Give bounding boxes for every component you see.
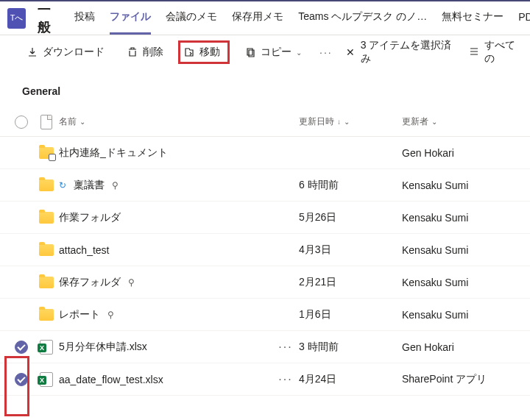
chevron-down-icon: ⌄	[80, 118, 85, 126]
more-actions-button[interactable]: ···	[319, 46, 333, 58]
tab-2[interactable]: 会議のメモ	[166, 1, 217, 35]
clear-selection-icon[interactable]: ✕	[346, 46, 355, 58]
column-modifiedby-header[interactable]: 更新者⌄	[402, 115, 437, 128]
chevron-down-icon: ⌄	[296, 49, 302, 57]
modified-by: Kensaku Sumi	[402, 179, 530, 191]
select-all-checkbox[interactable]	[9, 115, 34, 129]
table-row[interactable]: aa_date_flow_test.xlsx···4月24日SharePoint…	[0, 363, 530, 396]
file-name[interactable]: 社内連絡_ドキュメント	[59, 146, 272, 160]
copy-button[interactable]: コピー ⌄	[240, 43, 306, 62]
download-icon	[26, 46, 38, 58]
file-name[interactable]: 5月分年休申請.xlsx	[59, 341, 272, 354]
modified-date: 4月3日	[299, 243, 402, 257]
breadcrumb[interactable]: General	[0, 69, 530, 107]
modified-date: 2月21日	[299, 276, 402, 289]
file-name[interactable]: 保存フォルダ⚲	[59, 276, 272, 289]
modified-date: 3 時間前	[299, 341, 402, 354]
file-name[interactable]: aa_date_flow_test.xlsx	[59, 374, 272, 385]
sync-icon: ↻	[59, 180, 66, 191]
file-name[interactable]: ↻稟議書⚲	[59, 179, 272, 192]
table-row[interactable]: レポート⚲1月6日Kensaku Sumi	[0, 299, 530, 331]
channel-name: 一般	[38, 1, 61, 36]
team-avatar[interactable]: Tへ	[7, 8, 26, 29]
table-row[interactable]: 保存フォルダ⚲2月21日Kensaku Sumi	[0, 266, 530, 299]
modified-by: Kensaku Sumi	[402, 212, 530, 224]
chevron-down-icon: ⌄	[431, 118, 437, 126]
row-actions-button[interactable]: ···	[278, 373, 292, 386]
list-icon	[468, 46, 480, 60]
tab-0[interactable]: 投稿	[74, 1, 95, 35]
copy-icon	[244, 46, 256, 58]
file-type-header[interactable]	[34, 115, 59, 129]
shared-icon: ⚲	[128, 277, 135, 288]
row-checkbox[interactable]	[9, 179, 34, 192]
row-actions-button[interactable]: ···	[278, 341, 292, 354]
tab-5[interactable]: 無料セミナー	[442, 1, 504, 35]
tab-3[interactable]: 保存用メモ	[232, 1, 283, 35]
column-modified-header[interactable]: 更新日時↓⌄	[299, 115, 350, 128]
column-name-header[interactable]: 名前⌄	[59, 115, 85, 128]
row-checkbox[interactable]	[9, 243, 34, 257]
folder-icon	[34, 244, 59, 256]
modified-date: 6 時間前	[299, 179, 402, 192]
row-checkbox[interactable]	[9, 276, 34, 289]
channel-header: Tへ 一般 投稿ファイル会議のメモ保存用メモTeams ヘルプデスク のノ…無料…	[0, 1, 530, 35]
tab-strip: 投稿ファイル会議のメモ保存用メモTeams ヘルプデスク のノ…無料セミナーPD…	[74, 1, 530, 35]
table-row[interactable]: 5月分年休申請.xlsx···3 時間前Gen Hokari	[0, 331, 530, 363]
table-row[interactable]: 社内連絡_ドキュメントGen Hokari	[0, 137, 530, 169]
folder-icon	[34, 147, 59, 159]
modified-by: Gen Hokari	[402, 341, 530, 353]
folder-icon	[34, 277, 59, 288]
modified-date: 5月26日	[299, 211, 402, 224]
table-row[interactable]: attach_test4月3日Kensaku Sumi	[0, 234, 530, 266]
row-checkbox[interactable]	[9, 341, 34, 354]
move-button[interactable]: 移動	[178, 40, 230, 64]
modified-date: 1月6日	[299, 308, 402, 321]
modified-by: Kensaku Sumi	[402, 309, 530, 321]
tab-4[interactable]: Teams ヘルプデスク のノ…	[298, 1, 427, 35]
sort-desc-icon: ↓	[337, 118, 341, 126]
excel-icon	[34, 340, 59, 355]
selection-count[interactable]: ✕ 3 アイテムを選択済み	[346, 39, 456, 65]
row-checkbox[interactable]	[9, 146, 34, 160]
folder-icon	[34, 179, 59, 191]
row-checkbox[interactable]	[9, 211, 34, 224]
row-checkbox[interactable]	[9, 373, 34, 386]
chevron-down-icon: ⌄	[344, 118, 350, 126]
modified-by: Kensaku Sumi	[402, 244, 530, 256]
table-row[interactable]: ↻稟議書⚲6 時間前Kensaku Sumi	[0, 169, 530, 202]
modified-by: Kensaku Sumi	[402, 277, 530, 288]
column-header-row: 名前⌄ 更新日時↓⌄ 更新者⌄	[0, 107, 530, 137]
delete-button[interactable]: 削除	[122, 43, 168, 62]
modified-date: 4月24日	[299, 373, 402, 386]
modified-by: Gen Hokari	[402, 147, 530, 159]
table-row[interactable]: 作業フォルダ5月26日Kensaku Sumi	[0, 202, 530, 234]
folder-icon	[34, 309, 59, 321]
row-checkbox[interactable]	[9, 308, 34, 321]
all-documents-button[interactable]: すべての	[468, 39, 523, 65]
shared-icon: ⚲	[112, 180, 119, 191]
download-button[interactable]: ダウンロード	[22, 43, 109, 62]
document-icon	[40, 115, 52, 129]
command-bar: ダウンロード 削除 移動 コピー ⌄ ··· ✕ 3 アイテムを選択済み すべて…	[0, 35, 530, 69]
trash-icon	[127, 46, 138, 58]
file-name[interactable]: レポート⚲	[59, 308, 272, 321]
excel-icon	[34, 372, 59, 387]
modified-by: SharePoint アプリ	[402, 373, 530, 386]
file-name[interactable]: attach_test	[59, 244, 272, 256]
file-name[interactable]: 作業フォルダ	[59, 211, 272, 224]
folder-icon	[34, 212, 59, 224]
shared-icon: ⚲	[107, 310, 114, 320]
tab-1[interactable]: ファイル	[110, 1, 151, 35]
tab-6[interactable]: PDF	[518, 1, 530, 35]
move-icon	[183, 46, 195, 58]
